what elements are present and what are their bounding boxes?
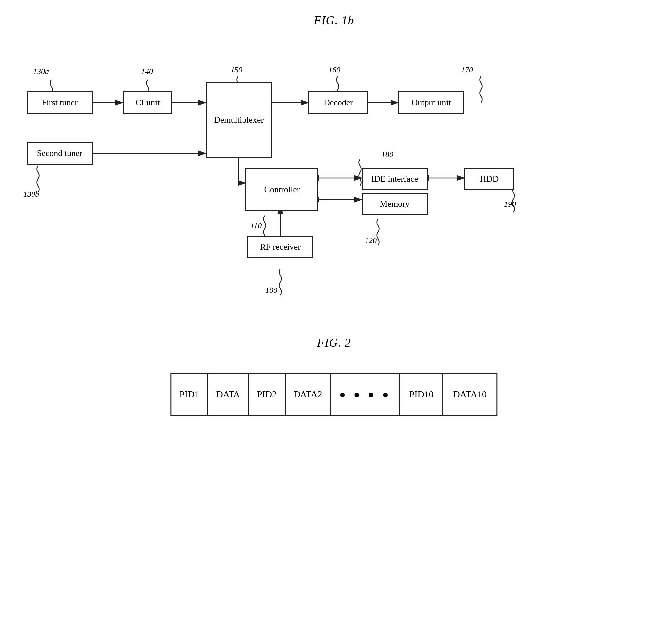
hdd-box: HDD bbox=[464, 168, 514, 190]
fig2-cell-pid2: PID2 bbox=[249, 374, 286, 415]
ref-150: 150 bbox=[230, 65, 242, 74]
ref-170: 170 bbox=[461, 65, 473, 74]
first-tuner-box: First tuner bbox=[27, 91, 93, 114]
ref-110: 110 bbox=[250, 221, 262, 230]
ide-interface-box: IDE interface bbox=[362, 168, 428, 190]
controller-box: Controller bbox=[245, 168, 318, 211]
fig2-cell-pid10: PID10 bbox=[400, 374, 443, 415]
demultiplexer-box: Demultiplexer bbox=[206, 82, 272, 158]
ref-190: 190 bbox=[504, 200, 516, 209]
ci-unit-box: CI unit bbox=[123, 91, 172, 114]
ref-120: 120 bbox=[365, 236, 377, 245]
fig2-cell-data2: DATA2 bbox=[286, 374, 331, 415]
diagram-area: First tuner 130a CI unit 140 Demultiplex… bbox=[0, 31, 668, 316]
fig2-area: PID1 DATA PID2 DATA2 ● ● ● ● PID10 DATA1… bbox=[0, 363, 668, 449]
fig2-title: FIG. 2 bbox=[0, 336, 668, 350]
fig1b-title: FIG. 1b bbox=[0, 0, 668, 27]
ref-180: 180 bbox=[381, 150, 393, 159]
fig2-cell-data: DATA bbox=[208, 374, 249, 415]
ref-130a: 130a bbox=[33, 67, 49, 76]
fig2-cell-pid1: PID1 bbox=[171, 374, 208, 415]
ref-130b: 130b bbox=[23, 190, 39, 199]
second-tuner-box: Second tuner bbox=[27, 142, 93, 165]
output-unit-box: Output unit bbox=[398, 91, 464, 114]
memory-box: Memory bbox=[362, 193, 428, 215]
rf-receiver-box: RF receiver bbox=[247, 236, 314, 258]
ref-100: 100 bbox=[265, 286, 277, 295]
fig2-cell-dots: ● ● ● ● bbox=[331, 374, 400, 415]
page: FIG. 1b bbox=[0, 0, 668, 644]
ref-160: 160 bbox=[328, 65, 340, 74]
fig2-table: PID1 DATA PID2 DATA2 ● ● ● ● PID10 DATA1… bbox=[170, 373, 497, 416]
ref-140: 140 bbox=[141, 67, 153, 76]
decoder-box: Decoder bbox=[308, 91, 368, 114]
fig2-cell-data10: DATA10 bbox=[443, 374, 497, 415]
